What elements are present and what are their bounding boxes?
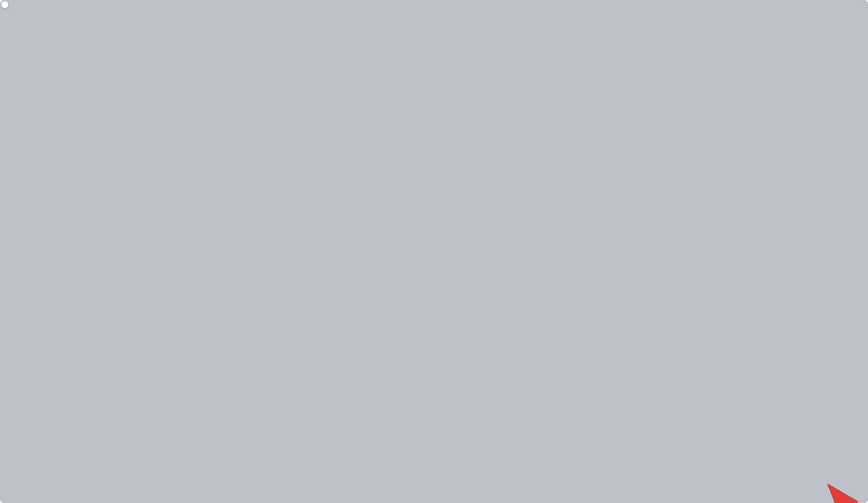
table-row: custom-domainsIAMApp ConnectorGlobal HTT… [106, 302, 857, 323]
toggle-track[interactable] [105, 140, 858, 323]
main-content: Identity-Aware Proxy APPLICATIONS SSH AN… [95, 0, 868, 503]
iap-table: Resource IAP ? Method Connection Publish… [105, 140, 858, 323]
applications-table: Resource IAP ? Method Connection Publish… [106, 140, 857, 323]
iap-toggle-cell[interactable] [365, 302, 408, 323]
table-body: ▼ All Web Services ▼ Backend Services ? [106, 158, 857, 323]
content-area: Identity-Aware Proxy (IAP) lets you mana… [95, 40, 868, 503]
